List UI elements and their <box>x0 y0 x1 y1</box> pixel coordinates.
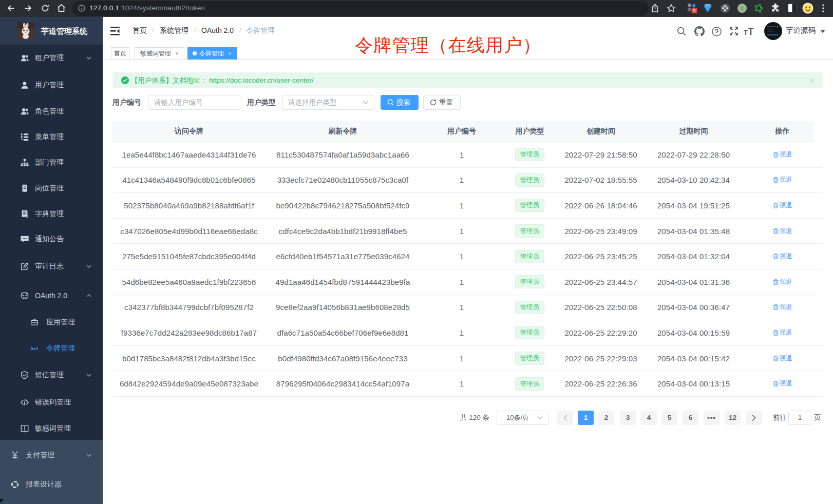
svg-text:9: 9 <box>693 8 695 13</box>
svg-text:a: a <box>33 346 36 351</box>
